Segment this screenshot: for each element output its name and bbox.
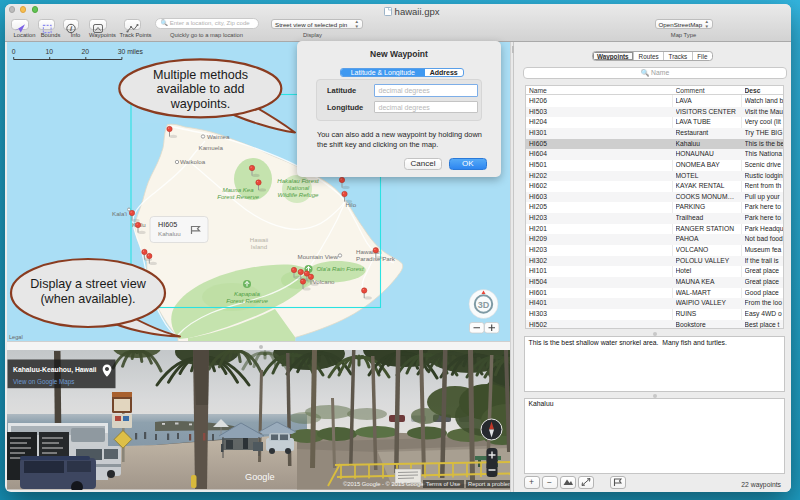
svg-text:Forest Reserve: Forest Reserve [226,296,268,303]
svg-text:Mountain View: Mountain View [298,252,339,259]
svg-text:Report a problem: Report a problem [468,481,511,487]
svg-text:Terms of Use: Terms of Use [426,481,460,487]
svg-text:Waikoloa: Waikoloa [180,158,206,165]
svg-text:View on Google Maps: View on Google Maps [13,378,75,386]
svg-text:National: National [287,184,310,191]
svg-text:Hawaii: Hawaii [250,236,268,243]
svg-text:Ola'a Rain Forest: Ola'a Rain Forest [316,265,364,272]
svg-text:Display a street view: Display a street view [30,277,146,291]
svg-text:Kahaluu-Keauhou, Hawaii: Kahaluu-Keauhou, Hawaii [13,366,97,374]
svg-text:Kamuela: Kamuela [199,144,224,151]
svg-text:available to add: available to add [156,82,244,96]
svg-text:Wildlife Refuge: Wildlife Refuge [278,191,320,198]
svg-text:Google: Google [245,472,275,482]
svg-text:Kapapala: Kapapala [234,289,260,296]
svg-text:©2015 Google - © 2015 Google: ©2015 Google - © 2015 Google [343,481,425,487]
svg-text:Legal: Legal [9,333,23,339]
svg-text:Hakalau Forest: Hakalau Forest [277,177,319,184]
svg-text:10: 10 [46,47,54,54]
svg-text:Mauna Kea: Mauna Kea [222,186,254,193]
svg-text:Island: Island [251,243,267,250]
svg-text:Kala'i: Kala'i [112,209,127,216]
svg-text:30 miles: 30 miles [118,47,144,54]
svg-text:Waimea: Waimea [207,133,230,140]
svg-text:3D: 3D [478,299,490,309]
svg-text:waypoints.: waypoints. [170,96,231,110]
svg-text:Forest Reserve: Forest Reserve [217,193,259,200]
svg-text:20: 20 [82,47,90,54]
svg-text:(when available).: (when available). [40,292,135,306]
svg-text:0: 0 [12,47,16,54]
svg-text:HI605: HI605 [158,219,177,228]
svg-text:Multiple methods: Multiple methods [153,67,248,81]
svg-text:Kahaluu: Kahaluu [158,229,181,236]
